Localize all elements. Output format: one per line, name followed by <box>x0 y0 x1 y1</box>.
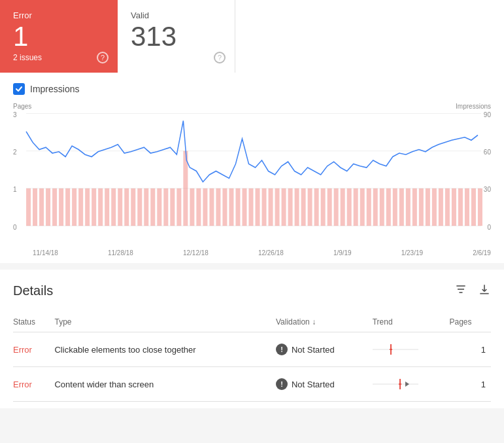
svg-rect-69 <box>399 188 404 226</box>
svg-text:2: 2 <box>13 148 17 156</box>
y-left-label: Pages <box>13 103 31 110</box>
impressions-checkbox[interactable] <box>13 83 25 95</box>
svg-rect-16 <box>52 188 57 226</box>
table-body: Error Clickable elements too close toget… <box>13 332 491 402</box>
svg-rect-44 <box>235 188 240 226</box>
svg-rect-58 <box>328 188 332 226</box>
svg-rect-50 <box>275 188 280 226</box>
download-icon[interactable] <box>478 283 491 299</box>
col-type: Type <box>54 312 275 332</box>
svg-rect-62 <box>354 188 358 226</box>
svg-rect-41 <box>216 188 220 226</box>
top-section: Error 1 2 issues ? Valid 313 ? Impressio <box>0 0 504 263</box>
svg-rect-66 <box>380 188 384 226</box>
details-section: Details <box>0 270 504 408</box>
svg-rect-43 <box>229 188 233 226</box>
svg-rect-63 <box>360 188 365 226</box>
status-cards: Error 1 2 issues ? Valid 313 ? <box>0 0 504 73</box>
chart-svg: 3 2 1 0 90 60 30 0 <box>13 103 491 247</box>
svg-rect-65 <box>373 188 378 226</box>
svg-rect-70 <box>406 188 411 226</box>
svg-rect-31 <box>150 188 155 226</box>
row2-trend-cell <box>373 376 445 392</box>
svg-rect-79 <box>465 188 469 226</box>
table-header: Status Type Validation ↓ Trend Pages <box>13 312 491 332</box>
col-status: Status <box>13 312 54 332</box>
row1-type: Clickable elements too close together <box>54 332 275 367</box>
svg-rect-27 <box>124 188 129 226</box>
not-started-icon-2: ! <box>276 378 288 390</box>
chart-header: Impressions <box>13 83 491 95</box>
row1-validation: ! Not Started <box>276 332 373 367</box>
filter-icon[interactable] <box>454 283 467 299</box>
svg-text:0: 0 <box>13 222 17 231</box>
svg-rect-19 <box>72 188 76 226</box>
impressions-line <box>26 121 478 183</box>
svg-rect-78 <box>458 188 463 226</box>
svg-text:30: 30 <box>484 185 491 194</box>
error-number: 1 <box>13 23 105 50</box>
valid-help-icon[interactable]: ? <box>214 52 226 63</box>
details-title: Details <box>13 283 53 298</box>
x-label-6: 2/6/19 <box>473 249 491 257</box>
row1-validation-cell: ! Not Started <box>276 344 367 355</box>
svg-rect-20 <box>78 188 83 226</box>
svg-rect-40 <box>209 188 214 226</box>
valid-card: Valid 313 ? <box>118 0 235 73</box>
svg-rect-74 <box>432 188 437 226</box>
svg-text:3: 3 <box>13 111 17 119</box>
svg-marker-92 <box>405 381 409 387</box>
svg-rect-22 <box>92 188 96 226</box>
details-actions <box>454 283 491 299</box>
col-validation[interactable]: Validation ↓ <box>276 312 373 332</box>
svg-rect-23 <box>98 188 103 226</box>
svg-rect-26 <box>118 188 122 226</box>
svg-rect-67 <box>386 188 391 226</box>
svg-text:1: 1 <box>13 185 17 194</box>
svg-text:90: 90 <box>484 111 491 119</box>
error-issues: 2 issues <box>13 53 105 62</box>
chart-area: Pages Impressions 3 2 1 0 90 60 30 0 <box>13 103 491 247</box>
x-axis-labels: 11/14/18 11/28/18 12/12/18 12/26/18 1/9/… <box>13 247 491 257</box>
svg-rect-17 <box>59 188 63 226</box>
svg-text:0: 0 <box>487 222 491 231</box>
svg-rect-75 <box>439 188 443 226</box>
svg-rect-80 <box>471 188 476 226</box>
svg-rect-76 <box>445 188 450 226</box>
svg-rect-68 <box>393 188 397 226</box>
chart-section: Impressions Pages Impressions 3 2 1 0 90… <box>0 73 504 263</box>
svg-rect-47 <box>256 188 260 226</box>
svg-rect-13 <box>33 188 37 226</box>
svg-rect-30 <box>144 188 148 226</box>
svg-rect-42 <box>222 188 227 226</box>
not-started-icon: ! <box>276 344 288 355</box>
svg-rect-12 <box>26 188 31 226</box>
details-table: Status Type Validation ↓ Trend Pages Err… <box>13 312 491 402</box>
svg-rect-48 <box>262 188 267 226</box>
row1-status: Error <box>13 332 54 367</box>
error-help-icon[interactable]: ? <box>97 52 109 63</box>
page-wrapper: Error 1 2 issues ? Valid 313 ? Impressio <box>0 0 504 408</box>
row2-type: Content wider than screen <box>54 367 275 402</box>
svg-rect-32 <box>157 188 161 226</box>
svg-rect-33 <box>163 188 168 226</box>
row2-trend <box>373 367 450 402</box>
svg-rect-46 <box>248 188 253 226</box>
svg-rect-54 <box>301 188 306 226</box>
svg-rect-25 <box>111 188 116 226</box>
svg-rect-39 <box>203 188 207 226</box>
svg-rect-64 <box>367 188 371 226</box>
svg-rect-24 <box>105 188 109 226</box>
svg-rect-56 <box>314 188 319 226</box>
svg-rect-21 <box>85 188 90 226</box>
col-pages: Pages <box>449 312 491 332</box>
svg-rect-57 <box>321 188 326 226</box>
svg-rect-71 <box>412 188 417 226</box>
svg-rect-34 <box>170 188 175 226</box>
x-label-4: 1/9/19 <box>333 249 352 257</box>
row2-pages: 1 <box>449 367 491 402</box>
x-label-5: 1/23/19 <box>401 249 423 257</box>
svg-rect-59 <box>334 188 339 226</box>
x-label-1: 11/28/18 <box>108 249 133 257</box>
svg-rect-77 <box>452 188 456 226</box>
